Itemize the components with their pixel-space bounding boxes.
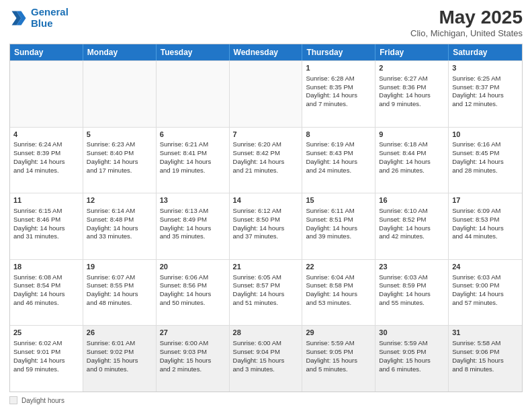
page: General Blue May 2025 Clio, Michigan, Un… bbox=[0, 0, 532, 411]
footer: Daylight hours bbox=[9, 396, 523, 404]
main-title: May 2025 bbox=[410, 7, 523, 28]
day-info: Sunrise: 6:09 AM Sunset: 8:53 PM Dayligh… bbox=[452, 207, 519, 241]
day-info: Sunrise: 6:15 AM Sunset: 8:46 PM Dayligh… bbox=[13, 207, 79, 241]
calendar-body: 1Sunrise: 6:28 AM Sunset: 8:35 PM Daylig… bbox=[10, 60, 522, 392]
day-cell-6: 6Sunrise: 6:21 AM Sunset: 8:41 PM Daylig… bbox=[157, 128, 230, 193]
day-number: 20 bbox=[160, 262, 226, 272]
day-number: 27 bbox=[160, 328, 226, 338]
empty-cell bbox=[10, 61, 83, 127]
header-day-sunday: Sunday bbox=[10, 44, 83, 60]
day-cell-8: 8Sunrise: 6:19 AM Sunset: 8:43 PM Daylig… bbox=[302, 128, 375, 193]
day-cell-4: 4Sunrise: 6:24 AM Sunset: 8:39 PM Daylig… bbox=[10, 128, 83, 193]
day-cell-10: 10Sunrise: 6:16 AM Sunset: 8:45 PM Dayli… bbox=[449, 128, 522, 193]
logo-icon bbox=[9, 9, 28, 28]
logo-text: General Blue bbox=[31, 7, 69, 29]
day-number: 30 bbox=[379, 328, 445, 338]
day-number: 8 bbox=[306, 130, 371, 140]
subtitle: Clio, Michigan, United States bbox=[410, 28, 523, 38]
day-number: 22 bbox=[306, 262, 371, 272]
day-cell-25: 25Sunrise: 6:02 AM Sunset: 9:01 PM Dayli… bbox=[10, 326, 83, 392]
day-info: Sunrise: 6:13 AM Sunset: 8:49 PM Dayligh… bbox=[160, 207, 226, 241]
day-info: Sunrise: 6:07 AM Sunset: 8:55 PM Dayligh… bbox=[87, 273, 152, 308]
header: General Blue May 2025 Clio, Michigan, Un… bbox=[9, 7, 523, 38]
day-info: Sunrise: 6:14 AM Sunset: 8:48 PM Dayligh… bbox=[87, 207, 152, 241]
day-info: Sunrise: 6:27 AM Sunset: 8:36 PM Dayligh… bbox=[379, 75, 445, 109]
day-info: Sunrise: 6:18 AM Sunset: 8:44 PM Dayligh… bbox=[379, 140, 445, 175]
day-cell-17: 17Sunrise: 6:09 AM Sunset: 8:53 PM Dayli… bbox=[449, 193, 522, 259]
day-info: Sunrise: 6:01 AM Sunset: 9:02 PM Dayligh… bbox=[87, 339, 152, 373]
header-day-friday: Friday bbox=[375, 44, 449, 60]
day-number: 12 bbox=[87, 195, 152, 205]
day-number: 28 bbox=[233, 328, 299, 338]
day-info: Sunrise: 6:11 AM Sunset: 8:51 PM Dayligh… bbox=[306, 207, 371, 241]
day-number: 9 bbox=[379, 130, 445, 140]
day-number: 21 bbox=[233, 262, 299, 272]
day-cell-29: 29Sunrise: 5:59 AM Sunset: 9:05 PM Dayli… bbox=[302, 326, 375, 392]
day-number: 26 bbox=[87, 328, 152, 338]
day-info: Sunrise: 6:06 AM Sunset: 8:56 PM Dayligh… bbox=[160, 273, 226, 308]
day-cell-5: 5Sunrise: 6:23 AM Sunset: 8:40 PM Daylig… bbox=[83, 128, 157, 193]
day-number: 18 bbox=[13, 262, 79, 272]
day-cell-18: 18Sunrise: 6:08 AM Sunset: 8:54 PM Dayli… bbox=[10, 260, 83, 326]
day-info: Sunrise: 6:21 AM Sunset: 8:41 PM Dayligh… bbox=[160, 140, 226, 175]
calendar-row-1: 1Sunrise: 6:28 AM Sunset: 8:35 PM Daylig… bbox=[10, 60, 522, 127]
calendar-row-4: 18Sunrise: 6:08 AM Sunset: 8:54 PM Dayli… bbox=[10, 259, 522, 326]
day-info: Sunrise: 6:00 AM Sunset: 9:03 PM Dayligh… bbox=[160, 339, 226, 373]
day-cell-12: 12Sunrise: 6:14 AM Sunset: 8:48 PM Dayli… bbox=[83, 193, 157, 259]
calendar-row-2: 4Sunrise: 6:24 AM Sunset: 8:39 PM Daylig… bbox=[10, 127, 522, 193]
day-number: 3 bbox=[452, 63, 519, 73]
day-info: Sunrise: 5:59 AM Sunset: 9:05 PM Dayligh… bbox=[306, 339, 371, 373]
day-cell-20: 20Sunrise: 6:06 AM Sunset: 8:56 PM Dayli… bbox=[157, 260, 230, 326]
day-cell-15: 15Sunrise: 6:11 AM Sunset: 8:51 PM Dayli… bbox=[302, 193, 375, 259]
header-day-tuesday: Tuesday bbox=[157, 44, 230, 60]
day-number: 1 bbox=[306, 63, 371, 73]
day-cell-7: 7Sunrise: 6:20 AM Sunset: 8:42 PM Daylig… bbox=[230, 128, 303, 193]
empty-cell bbox=[83, 61, 157, 127]
day-cell-3: 3Sunrise: 6:25 AM Sunset: 8:37 PM Daylig… bbox=[449, 61, 522, 127]
day-number: 19 bbox=[87, 262, 152, 272]
day-cell-13: 13Sunrise: 6:13 AM Sunset: 8:49 PM Dayli… bbox=[157, 193, 230, 259]
day-cell-28: 28Sunrise: 6:00 AM Sunset: 9:04 PM Dayli… bbox=[230, 326, 303, 392]
day-cell-19: 19Sunrise: 6:07 AM Sunset: 8:55 PM Dayli… bbox=[83, 260, 157, 326]
calendar-header: SundayMondayTuesdayWednesdayThursdayFrid… bbox=[10, 44, 522, 60]
day-cell-22: 22Sunrise: 6:04 AM Sunset: 8:58 PM Dayli… bbox=[302, 260, 375, 326]
calendar-row-5: 25Sunrise: 6:02 AM Sunset: 9:01 PM Dayli… bbox=[10, 325, 522, 392]
day-cell-1: 1Sunrise: 6:28 AM Sunset: 8:35 PM Daylig… bbox=[302, 61, 375, 127]
logo-line1: General bbox=[31, 6, 69, 17]
day-number: 7 bbox=[233, 130, 299, 140]
day-number: 6 bbox=[160, 130, 226, 140]
day-number: 4 bbox=[13, 130, 79, 140]
day-cell-2: 2Sunrise: 6:27 AM Sunset: 8:36 PM Daylig… bbox=[375, 61, 449, 127]
day-cell-30: 30Sunrise: 5:59 AM Sunset: 9:05 PM Dayli… bbox=[375, 326, 449, 392]
day-info: Sunrise: 6:10 AM Sunset: 8:52 PM Dayligh… bbox=[379, 207, 445, 241]
day-cell-31: 31Sunrise: 5:58 AM Sunset: 9:06 PM Dayli… bbox=[449, 326, 522, 392]
day-number: 2 bbox=[379, 63, 445, 73]
day-info: Sunrise: 6:04 AM Sunset: 8:58 PM Dayligh… bbox=[306, 273, 371, 308]
day-info: Sunrise: 6:03 AM Sunset: 8:59 PM Dayligh… bbox=[379, 273, 445, 308]
calendar: SundayMondayTuesdayWednesdayThursdayFrid… bbox=[9, 44, 523, 392]
shaded-indicator bbox=[9, 396, 17, 404]
day-number: 29 bbox=[306, 328, 371, 338]
calendar-row-3: 11Sunrise: 6:15 AM Sunset: 8:46 PM Dayli… bbox=[10, 193, 522, 259]
footer-label: Daylight hours bbox=[21, 397, 64, 404]
day-number: 13 bbox=[160, 195, 226, 205]
header-day-thursday: Thursday bbox=[302, 44, 375, 60]
day-info: Sunrise: 6:12 AM Sunset: 8:50 PM Dayligh… bbox=[233, 207, 299, 241]
day-cell-26: 26Sunrise: 6:01 AM Sunset: 9:02 PM Dayli… bbox=[83, 326, 157, 392]
day-info: Sunrise: 6:23 AM Sunset: 8:40 PM Dayligh… bbox=[87, 140, 152, 175]
day-cell-24: 24Sunrise: 6:03 AM Sunset: 9:00 PM Dayli… bbox=[449, 260, 522, 326]
day-number: 16 bbox=[379, 195, 445, 205]
empty-cell bbox=[157, 61, 230, 127]
empty-cell bbox=[230, 61, 303, 127]
day-number: 23 bbox=[379, 262, 445, 272]
header-day-monday: Monday bbox=[83, 44, 157, 60]
day-number: 14 bbox=[233, 195, 299, 205]
day-number: 31 bbox=[452, 328, 519, 338]
day-cell-27: 27Sunrise: 6:00 AM Sunset: 9:03 PM Dayli… bbox=[157, 326, 230, 392]
header-day-saturday: Saturday bbox=[449, 44, 522, 60]
day-info: Sunrise: 6:28 AM Sunset: 8:35 PM Dayligh… bbox=[306, 75, 371, 109]
day-number: 17 bbox=[452, 195, 519, 205]
logo-line2: Blue bbox=[31, 17, 53, 29]
day-number: 15 bbox=[306, 195, 371, 205]
day-info: Sunrise: 6:05 AM Sunset: 8:57 PM Dayligh… bbox=[233, 273, 299, 308]
